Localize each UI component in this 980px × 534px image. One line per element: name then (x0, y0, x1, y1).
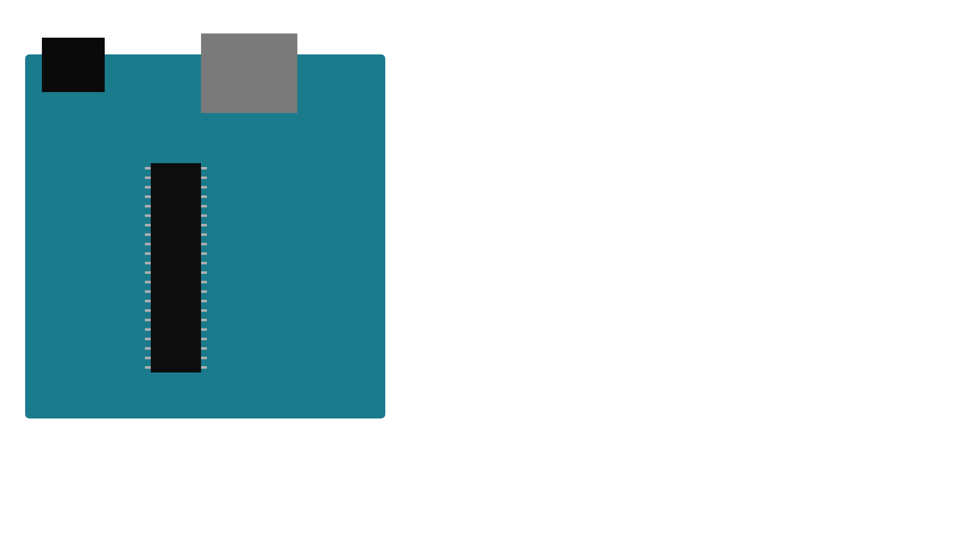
svg-rect-2 (145, 177, 151, 179)
svg-rect-20 (145, 262, 151, 264)
svg-rect-41 (201, 357, 207, 359)
usb-port (201, 33, 297, 113)
diagram-root (0, 0, 980, 534)
svg-rect-0 (145, 167, 151, 169)
svg-rect-12 (145, 224, 151, 226)
svg-rect-13 (201, 224, 207, 226)
svg-rect-35 (201, 328, 207, 331)
svg-rect-7 (201, 195, 207, 198)
svg-rect-22 (145, 271, 151, 274)
svg-rect-36 (145, 338, 151, 340)
svg-rect-42 (145, 366, 151, 369)
svg-rect-27 (201, 290, 207, 293)
svg-rect-4 (145, 186, 151, 188)
svg-rect-9 (201, 205, 207, 208)
svg-rect-43 (201, 366, 207, 369)
svg-rect-33 (201, 319, 207, 321)
svg-rect-17 (201, 243, 207, 245)
svg-rect-31 (201, 309, 207, 312)
svg-rect-10 (145, 214, 151, 217)
svg-rect-29 (201, 300, 207, 302)
svg-rect-8 (145, 205, 151, 208)
svg-rect-14 (145, 234, 151, 236)
svg-rect-25 (201, 281, 207, 283)
svg-rect-34 (145, 328, 151, 331)
svg-rect-40 (145, 357, 151, 359)
svg-rect-39 (201, 347, 207, 350)
svg-rect-18 (145, 252, 151, 255)
svg-rect-23 (201, 271, 207, 274)
svg-rect-30 (145, 309, 151, 312)
svg-rect-21 (201, 262, 207, 264)
svg-rect-26 (145, 290, 151, 293)
svg-rect-1 (201, 167, 207, 169)
svg-rect-6 (145, 195, 151, 198)
svg-rect-38 (145, 347, 151, 350)
svg-rect-15 (201, 234, 207, 236)
svg-rect-37 (201, 338, 207, 340)
svg-rect-3 (201, 177, 207, 179)
svg-rect-19 (201, 252, 207, 255)
svg-rect-16 (145, 243, 151, 245)
svg-rect-32 (145, 319, 151, 321)
power-jack (42, 38, 105, 92)
atmega-chip (151, 163, 201, 372)
svg-rect-11 (201, 214, 207, 217)
svg-rect-5 (201, 186, 207, 188)
svg-rect-28 (145, 300, 151, 302)
svg-rect-24 (145, 281, 151, 283)
